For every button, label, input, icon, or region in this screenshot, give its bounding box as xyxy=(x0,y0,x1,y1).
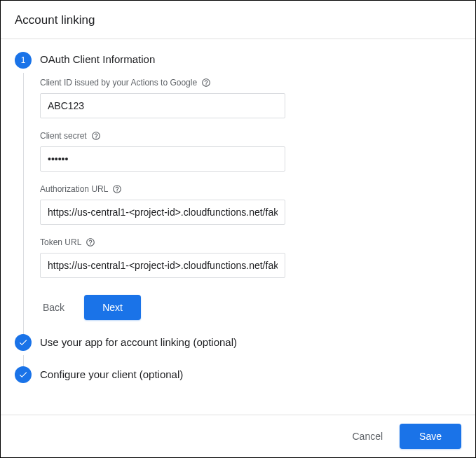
client-secret-label-row: Client secret xyxy=(40,131,461,141)
step-check-badge xyxy=(15,334,32,351)
client-secret-input[interactable] xyxy=(40,146,285,172)
dialog-content: 1 OAuth Client Information Client ID iss… xyxy=(1,39,475,415)
help-icon[interactable] xyxy=(91,131,101,141)
step-configure[interactable]: Configure your client (optional) xyxy=(15,366,461,383)
step-connector-line xyxy=(23,355,24,366)
step-indicator-col xyxy=(15,366,32,383)
step-number-badge: 1 xyxy=(15,52,32,69)
client-id-field-group: Client ID issued by your Actions to Goog… xyxy=(40,78,461,118)
auth-url-input[interactable] xyxy=(40,200,285,225)
step-configure-title: Configure your client (optional) xyxy=(40,366,461,380)
step-indicator-col xyxy=(15,334,32,366)
step-indicator-col: 1 xyxy=(15,52,32,334)
step-button-row: Back Next xyxy=(40,295,461,320)
save-button[interactable]: Save xyxy=(400,424,461,449)
step-use-app-body: Use your app for account linking (option… xyxy=(40,334,461,366)
client-id-label-row: Client ID issued by your Actions to Goog… xyxy=(40,78,461,88)
step-oauth-body: OAuth Client Information Client ID issue… xyxy=(40,52,461,334)
client-id-input[interactable] xyxy=(40,93,285,118)
auth-url-label: Authorization URL xyxy=(40,184,108,194)
step-oauth: 1 OAuth Client Information Client ID iss… xyxy=(15,52,461,334)
help-icon[interactable] xyxy=(201,78,211,88)
dialog-header: Account linking xyxy=(1,1,475,39)
step-number: 1 xyxy=(21,55,26,65)
token-url-field-group: Token URL xyxy=(40,237,461,278)
dialog-footer: Cancel Save xyxy=(1,415,475,457)
client-id-label: Client ID issued by your Actions to Goog… xyxy=(40,78,197,88)
step-oauth-title: OAuth Client Information xyxy=(40,52,461,78)
token-url-label-row: Token URL xyxy=(40,237,461,247)
client-secret-label: Client secret xyxy=(40,131,87,141)
help-icon[interactable] xyxy=(112,184,122,194)
check-icon xyxy=(18,370,28,380)
back-button[interactable]: Back xyxy=(40,296,67,319)
client-secret-field-group: Client secret xyxy=(40,131,461,172)
step-check-badge xyxy=(15,366,32,383)
step-connector-line xyxy=(23,73,24,334)
step-use-app-title: Use your app for account linking (option… xyxy=(40,334,461,348)
auth-url-label-row: Authorization URL xyxy=(40,184,461,194)
account-linking-dialog: Account linking 1 OAuth Client Informati… xyxy=(0,0,476,458)
token-url-label: Token URL xyxy=(40,237,81,247)
step-configure-body: Configure your client (optional) xyxy=(40,366,461,383)
token-url-input[interactable] xyxy=(40,253,285,278)
step-use-app[interactable]: Use your app for account linking (option… xyxy=(15,334,461,366)
check-icon xyxy=(18,338,28,347)
dialog-title: Account linking xyxy=(15,13,461,27)
cancel-button[interactable]: Cancel xyxy=(345,425,390,447)
help-icon[interactable] xyxy=(86,237,95,247)
next-button[interactable]: Next xyxy=(84,295,141,320)
auth-url-field-group: Authorization URL xyxy=(40,184,461,225)
